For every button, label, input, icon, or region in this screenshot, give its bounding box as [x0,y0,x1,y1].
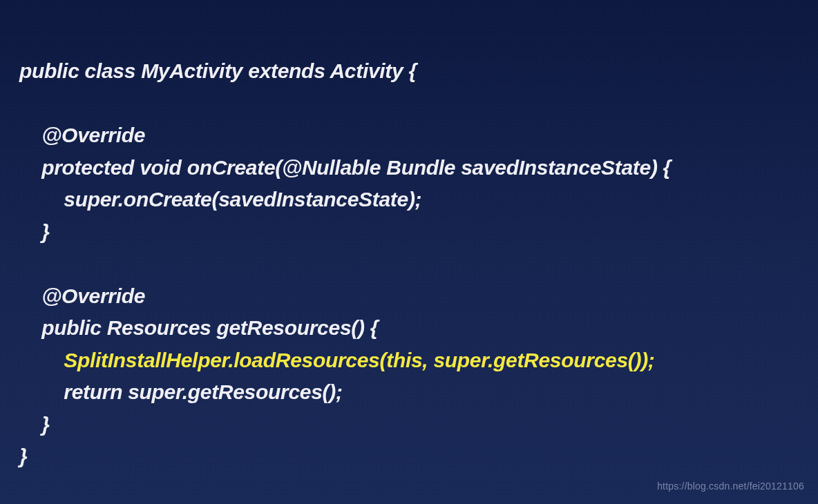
code-line: protected void onCreate(@Nullable Bundle… [19,156,671,179]
code-line: } [19,413,50,436]
code-line: return super.getResources(); [19,380,343,403]
code-line: super.onCreate(savedInstanceState); [19,188,421,211]
code-line: @Override [19,284,145,307]
code-line: public Resources getResources() { [19,316,378,339]
code-line: @Override [19,124,145,146]
code-line-highlighted: SplitInstallHelper.loadResources(this, s… [19,349,655,371]
code-line: } [19,445,27,467]
code-line: public class MyActivity extends Activity… [19,59,417,82]
watermark-text: https://blog.csdn.net/fei20121106 [657,481,804,492]
code-line: } [19,220,50,243]
code-block: public class MyActivity extends Activity… [0,0,818,487]
